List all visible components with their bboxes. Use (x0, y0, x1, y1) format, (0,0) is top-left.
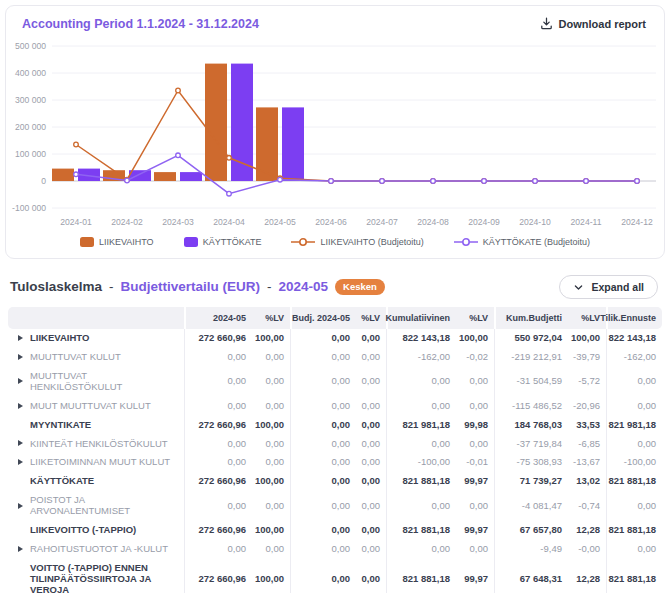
cell-value: 0,00 (356, 497, 386, 516)
x-axis-tick: 2024-02 (111, 217, 143, 227)
report-name: Tuloslaskelma (10, 279, 102, 294)
line-marker (278, 177, 283, 182)
row-label-cell: LIIKEVAIHTO (8, 329, 184, 348)
caret-right-icon[interactable] (18, 546, 23, 552)
accounting-period-card: Accounting Period 1.1.2024 - 31.12.2024 … (5, 5, 665, 259)
x-axis-tick: 2024-09 (468, 217, 500, 227)
caret-right-icon[interactable] (18, 440, 23, 446)
table-row: VOITTO (-TAPPIO) ENNEN TILINPÄÄTÖSSIIRTO… (8, 559, 662, 593)
cell-value: 0,00 (356, 453, 386, 472)
cell-value: -37 719,84 (494, 435, 568, 454)
cell-value: 0,00 (290, 540, 356, 559)
cell-value: 0,00 (290, 453, 356, 472)
caret-right-icon[interactable] (18, 335, 23, 341)
download-report-button[interactable]: Download report (536, 15, 650, 32)
cell-value: 0,00 (456, 435, 494, 454)
table-row[interactable]: LIIKETOIMINNAN MUUT KULUT0,000,000,000,0… (8, 453, 662, 472)
cell-value: 0,00 (252, 497, 290, 516)
line-marker (74, 172, 79, 177)
cell-value: 0,00 (184, 491, 252, 521)
period-link[interactable]: 2024-05 (279, 279, 329, 294)
line-marker (227, 191, 232, 196)
cell-value: 0,00 (456, 372, 494, 391)
y-axis-tick: -100 000 (12, 203, 46, 213)
cell-value: 0,00 (356, 435, 386, 454)
cell-value: 0,00 (386, 435, 456, 454)
legend-item[interactable]: KÄYTTÖKATE (Budjetoitu) (454, 237, 590, 247)
column-header: Tilik.Ennuste (606, 307, 662, 329)
cell-value: -0,01 (456, 453, 494, 472)
cell-value: 821 881,18 (386, 521, 456, 540)
cell-value: 71 739,27 (494, 472, 568, 491)
cell-value: 272 660,96 (184, 559, 252, 593)
cell-value: 0,00 (290, 416, 356, 435)
cell-value: 0,00 (252, 540, 290, 559)
table-row[interactable]: RAHOITUSTUOTOT JA -KULUT0,000,000,000,00… (8, 540, 662, 559)
caret-right-icon[interactable] (18, 459, 23, 465)
cell-value: 821 981,18 (386, 416, 456, 435)
table-row[interactable]: KIINTEÄT HENKILÖSTÖKULUT0,000,000,000,00… (8, 435, 662, 454)
y-axis-tick: 500 000 (15, 41, 46, 51)
legend-bar-swatch (80, 237, 94, 247)
column-header: %LV (456, 308, 494, 328)
table-row[interactable]: MUUTTUVAT HENKILÖSTÖKULUT0,000,000,000,0… (8, 367, 662, 397)
row-label: LIIKEVAIHTO (30, 332, 89, 343)
x-axis-tick: 2024-11 (571, 217, 602, 227)
cell-value: 0,00 (606, 540, 662, 559)
row-label: MUUTTUVAT KULUT (30, 351, 121, 362)
cell-value: 0,00 (356, 521, 386, 540)
income-statement-table: 2024-05%LVBudj. 2024-05%LVKumulatiivinen… (8, 307, 662, 593)
cell-value: 0,00 (606, 367, 662, 397)
cell-value: 100,00 (252, 329, 290, 348)
caret-right-icon[interactable] (18, 378, 23, 384)
cell-value: -13,67 (568, 453, 606, 472)
row-label-cell: LIIKEVOITTO (-TAPPIO) (8, 521, 184, 540)
table-row: MYYNTIKATE272 660,96100,000,000,00821 98… (8, 416, 662, 435)
cell-value: -0,74 (568, 497, 606, 516)
cell-value: 272 660,96 (184, 521, 252, 540)
y-axis-tick: 200 000 (15, 122, 46, 132)
cell-value: -5,72 (568, 372, 606, 391)
table-row[interactable]: MUUTTUVAT KULUT0,000,000,000,00-162,00-0… (8, 348, 662, 367)
cell-value: 822 143,18 (386, 329, 456, 348)
cell-value: -20,96 (568, 397, 606, 416)
cell-value: 100,00 (252, 521, 290, 540)
row-label: MUUT MUUTTUVAT KULUT (30, 400, 151, 411)
caret-right-icon[interactable] (18, 403, 23, 409)
title-separator: - (267, 279, 272, 294)
expand-all-button[interactable]: Expand all (559, 275, 658, 299)
cell-value: 0,00 (290, 559, 356, 593)
caret-right-icon[interactable] (18, 503, 23, 509)
cell-value: 0,00 (386, 540, 456, 559)
cell-value: 0,00 (290, 397, 356, 416)
row-label: POISTOT JA ARVONALENTUMISET (30, 494, 130, 516)
row-label: RAHOITUSTUOTOT JA -KULUT (30, 543, 168, 554)
cell-value: 0,00 (290, 348, 356, 367)
chart-legend: LIIKEVAIHTOKÄYTTÖKATELIIKEVAIHTO (Budjet… (6, 234, 664, 256)
y-axis-tick: 100 000 (15, 149, 46, 159)
download-report-label: Download report (559, 18, 646, 30)
table-row[interactable]: POISTOT JA ARVONALENTUMISET0,000,000,000… (8, 491, 662, 521)
row-label-cell: MYYNTIKATE (8, 416, 184, 435)
cell-value: 0,00 (356, 372, 386, 391)
legend-item[interactable]: LIIKEVAIHTO (80, 237, 154, 247)
table-row[interactable]: LIIKEVAIHTO272 660,96100,000,000,00822 1… (8, 329, 662, 348)
column-header: %LV (252, 308, 290, 328)
table-row[interactable]: MUUT MUUTTUVAT KULUT0,000,000,000,000,00… (8, 397, 662, 416)
cell-value: -0,00 (568, 540, 606, 559)
cell-value: 0,00 (290, 472, 356, 491)
comparison-type-link[interactable]: Budjettivertailu (EUR) (121, 279, 261, 294)
cell-value: 0,00 (184, 367, 252, 397)
legend-label: KÄYTTÖKATE (203, 237, 262, 247)
cell-value: 33,53 (568, 416, 606, 435)
legend-item[interactable]: LIIKEVAIHTO (Budjetoitu) (291, 237, 423, 247)
cell-value: -162,00 (386, 348, 456, 367)
cell-value: 0,00 (184, 397, 252, 416)
cell-value: 0,00 (252, 348, 290, 367)
row-label-cell: MUUTTUVAT HENKILÖSTÖKULUT (8, 367, 184, 397)
legend-item[interactable]: KÄYTTÖKATE (184, 237, 262, 247)
chart-card-header: Accounting Period 1.1.2024 - 31.12.2024 … (6, 6, 664, 34)
caret-right-icon[interactable] (18, 354, 23, 360)
line-marker (74, 142, 79, 147)
cell-value: 0,00 (290, 329, 356, 348)
